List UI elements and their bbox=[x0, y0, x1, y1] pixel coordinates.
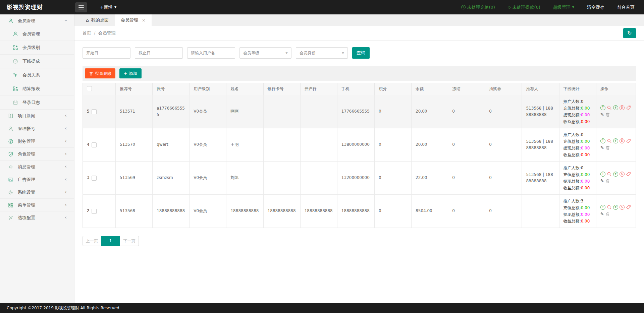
cell-referrer: 513568 | 18888888888 bbox=[522, 95, 559, 128]
sidebar-item-finance-management[interactable]: 财务管理 ‹ bbox=[0, 135, 74, 148]
trash-icon[interactable] bbox=[605, 179, 610, 183]
stat-income-label: 收益总额: bbox=[564, 186, 581, 190]
dollar-icon[interactable]: $ bbox=[620, 172, 625, 177]
sidebar-item-downline-commission[interactable]: 下线提成 bbox=[0, 55, 74, 68]
footer: Copyright ©2017-2019 影视投资理财 All Rights R… bbox=[0, 303, 644, 313]
col-header-tickets: 抽奖券 bbox=[485, 83, 522, 95]
cell-name: 刘凯 bbox=[226, 162, 263, 195]
arrow-up-icon[interactable]: ↑ bbox=[600, 105, 605, 110]
breadcrumb-home[interactable]: 首页 bbox=[83, 30, 91, 36]
new-dropdown-button[interactable]: +新增 ▼ bbox=[100, 4, 116, 10]
sidebar-item-member-management-group[interactable]: 会员管理 ‹ bbox=[0, 14, 74, 27]
tools-icon bbox=[8, 215, 13, 221]
cell-name: 啊啊 bbox=[226, 95, 263, 128]
col-header-level: 用户级别 bbox=[190, 83, 226, 95]
cell-level: V0会员 bbox=[190, 195, 226, 228]
edit-icon[interactable]: ✎ bbox=[600, 178, 604, 185]
sidebar-item-member-relations[interactable]: 会员关系 bbox=[0, 68, 74, 82]
tag-icon[interactable] bbox=[626, 172, 631, 177]
trash-icon[interactable] bbox=[605, 112, 610, 117]
sidebar-item-message-management[interactable]: 消息管理 ‹ bbox=[0, 161, 74, 173]
tag-icon[interactable] bbox=[626, 205, 631, 210]
stat-withdraw-label: 提现总额: bbox=[564, 146, 581, 150]
col-header-operations: 操作 bbox=[596, 83, 636, 95]
sidebar-item-role-management[interactable]: 角色管理 ‹ bbox=[0, 148, 74, 161]
sidebar-item-label: 财务管理 bbox=[18, 138, 35, 144]
edit-icon[interactable]: ✎ bbox=[600, 111, 604, 118]
end-date-input[interactable] bbox=[135, 47, 183, 59]
pending-withdraw-link[interactable]: ◇ 未处理提款(0) bbox=[508, 4, 540, 10]
sidebar-item-system-settings[interactable]: 系统设置 ‹ bbox=[0, 186, 74, 199]
stat-income-value: 0.00 bbox=[581, 219, 590, 224]
tag-icon[interactable] bbox=[626, 105, 631, 110]
row-checkbox[interactable] bbox=[92, 176, 97, 181]
cell-downline-stats: 推广人数:0 充值总额:0.00 提现总额:0.00 收益总额:0.00 bbox=[559, 162, 596, 195]
username-input[interactable] bbox=[187, 47, 235, 59]
sidebar-item-login-log[interactable]: 登录日志 bbox=[0, 96, 74, 110]
search-button[interactable]: 查询 bbox=[352, 47, 370, 59]
tab-desktop-label: 我的桌面 bbox=[91, 17, 109, 23]
start-date-input[interactable] bbox=[83, 47, 130, 59]
cell-frozen: 0 bbox=[448, 128, 485, 162]
clear-cache-link[interactable]: 清空缓存 bbox=[587, 4, 604, 10]
sidebar-item-member-management[interactable]: 会员管理 bbox=[0, 27, 74, 41]
sidebar-item-ad-management[interactable]: 广告管理 ‹ bbox=[0, 173, 74, 186]
member-level-select[interactable]: 会员等级 ▼ bbox=[239, 47, 291, 59]
chevron-down-icon: ‹ bbox=[63, 20, 68, 22]
front-page-link[interactable]: 前台首页 bbox=[617, 4, 635, 10]
sidebar-item-label: 会员级别 bbox=[22, 45, 40, 51]
sidebar-item-label: 消息管理 bbox=[18, 164, 35, 170]
arrow-up-icon[interactable]: ↑ bbox=[600, 205, 605, 210]
add-button[interactable]: + 添加 bbox=[119, 68, 142, 78]
menu-toggle-button[interactable] bbox=[75, 2, 87, 12]
current-page-button[interactable]: 1 bbox=[101, 236, 120, 246]
tab-member-management[interactable]: 会员管理 × bbox=[115, 14, 152, 26]
admin-dropdown[interactable]: 超级管理 ▼ bbox=[553, 4, 574, 10]
sidebar-item-member-level[interactable]: 会员级别 bbox=[0, 41, 74, 55]
magnifier-icon[interactable] bbox=[607, 172, 612, 177]
magnifier-icon[interactable] bbox=[607, 105, 612, 110]
select-all-checkbox[interactable] bbox=[87, 86, 92, 91]
prev-page-button[interactable]: 上一页 bbox=[83, 236, 101, 246]
chevron-down-icon: ▼ bbox=[342, 52, 344, 55]
pending-recharge-link[interactable]: ¥ 未处理充值(0) bbox=[461, 4, 495, 10]
magnifier-icon[interactable] bbox=[607, 205, 612, 210]
sidebar-item-project-news[interactable]: 项目新闻 ‹ bbox=[0, 110, 74, 122]
next-page-button[interactable]: 下一页 bbox=[120, 236, 139, 246]
trash-icon[interactable] bbox=[605, 145, 610, 150]
new-dropdown-label: +新增 bbox=[100, 4, 112, 10]
sidebar-item-menu-management[interactable]: 菜单管理 ‹ bbox=[0, 199, 74, 211]
yen-icon[interactable]: ¥ bbox=[613, 105, 618, 110]
yen-icon[interactable]: ¥ bbox=[613, 205, 618, 210]
magnifier-icon[interactable] bbox=[607, 138, 612, 143]
row-checkbox[interactable] bbox=[92, 109, 97, 114]
batch-delete-button[interactable]: 批量删除 bbox=[85, 68, 115, 78]
stat-promo-value: 0 bbox=[581, 132, 584, 137]
edit-icon[interactable]: ✎ bbox=[600, 144, 604, 151]
yen-icon[interactable]: ¥ bbox=[613, 138, 618, 143]
dollar-icon[interactable]: $ bbox=[620, 105, 625, 110]
arrow-up-icon[interactable]: ↑ bbox=[600, 172, 605, 177]
sidebar-item-settlement-report[interactable]: 结算报表 bbox=[0, 82, 74, 96]
tab-desktop[interactable]: ⌂ 我的桌面 bbox=[80, 14, 115, 26]
arrow-up-icon[interactable]: ↑ bbox=[600, 138, 605, 143]
dollar-icon[interactable]: $ bbox=[620, 138, 625, 143]
sidebar-item-label: 角色管理 bbox=[18, 151, 35, 157]
refresh-button[interactable]: ↻ bbox=[623, 28, 636, 38]
tag-icon[interactable] bbox=[626, 138, 631, 143]
cell-tickets: 0 bbox=[485, 128, 522, 162]
edit-icon[interactable]: ✎ bbox=[600, 211, 604, 218]
dollar-icon[interactable]: $ bbox=[620, 205, 625, 210]
member-identity-select[interactable]: 会员身份 ▼ bbox=[296, 47, 348, 59]
close-icon[interactable]: × bbox=[142, 18, 146, 23]
stat-withdraw-value: 0.00 bbox=[581, 179, 590, 184]
row-checkbox[interactable] bbox=[92, 142, 97, 147]
sidebar-item-label: 下线提成 bbox=[22, 58, 40, 64]
stat-promo-value: 3 bbox=[581, 199, 584, 203]
row-checkbox[interactable] bbox=[92, 209, 97, 214]
yen-icon[interactable]: ¥ bbox=[613, 172, 618, 177]
breadcrumb: 首页 / 会员管理 ↻ bbox=[74, 26, 644, 41]
trash-icon[interactable] bbox=[605, 212, 610, 216]
sidebar-item-option-config[interactable]: 选项配置 ‹ bbox=[0, 211, 74, 224]
sidebar-item-admin-accounts[interactable]: 管理帐号 ‹ bbox=[0, 122, 74, 135]
